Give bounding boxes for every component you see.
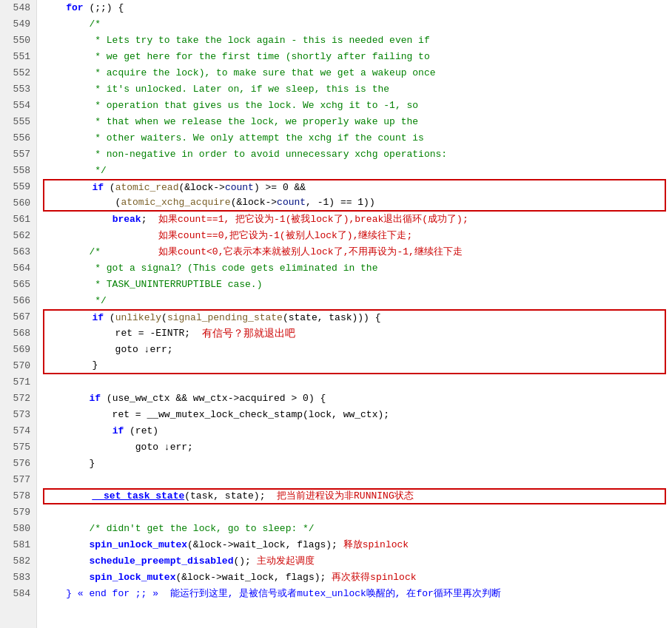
code-line: for (;;) { [43,0,666,16]
code-line: * Lets try to take the lock again - this… [43,33,666,49]
line-number: 555 [6,114,30,130]
line-number: 566 [6,293,30,309]
line-number: 548 [6,0,30,16]
code-segment: (use_ww_ctx && ww_ctx->acquired > 0) { [101,391,326,407]
code-segment: * non-negative in order to avoid unneces… [43,146,447,163]
line-number: 573 [6,407,30,423]
code-line: * we get here for the first time (shortl… [43,49,666,65]
code-segment [43,391,89,407]
line-number: 561 [6,212,30,228]
code-segment: schedule_preempt_disabled [89,553,233,570]
code-line: goto ↓err; [43,342,666,358]
code-segment: goto ↓err; [43,439,193,456]
code-line: break; 如果count==1, 把它设为-1(被我lock了),break… [43,212,666,228]
code-line: goto ↓err; [43,439,666,456]
code-segment: if [92,180,104,196]
code-segment [46,180,92,196]
line-number: 562 [6,228,30,244]
code-line: */ [43,293,666,309]
code-segment: signal_pending_state [167,310,283,326]
code-line: schedule_preempt_disabled(); 主动发起调度 [43,553,666,570]
code-segment: (task, state); [184,488,265,504]
line-number: 553 [6,81,30,98]
code-segment: spin_unlock_mutex [89,537,187,553]
code-segment: if [112,423,124,439]
code-segment: /* [43,16,101,33]
code-segment: * Lets try to take the lock again - this… [43,33,430,49]
line-number: 558 [6,163,30,179]
code-segment: atomic_xchg_acquire [121,195,230,211]
code-segment: for [66,0,83,16]
line-number: 554 [6,98,30,114]
code-segment [43,212,112,228]
code-segment: break [112,212,141,228]
line-number: 583 [6,570,30,586]
line-number: 572 [6,391,30,407]
code-segment: * that when we release the lock, we prop… [43,114,418,130]
code-segment: ( [104,310,115,326]
line-number: 578 [6,488,30,504]
line-number: 550 [6,33,30,49]
line-number: 559 [6,179,30,195]
line-number: 570 [6,358,30,374]
line-number: 556 [6,130,30,146]
code-line: * it's unlocked. Later on, if we sleep, … [43,81,666,98]
code-segment: ret = __ww_mutex_lock_check_stamp(lock, … [43,407,389,423]
code-line: (atomic_xchg_acquire(&lock->count, -1) =… [43,195,666,212]
code-segment [43,0,66,16]
line-number: 564 [6,260,30,277]
code-segment [43,553,89,570]
code-segment [46,310,92,326]
line-number: 567 [6,309,30,325]
code-viewer: 5485495505515525535545555565575585595605… [0,0,672,628]
code-segment: count [225,180,254,196]
line-number: 569 [6,342,30,358]
line-number: 551 [6,49,30,65]
code-line: 如果count==0,把它设为-1(被别人lock了),继续往下走; [43,228,666,244]
code-segment: 有信号？那就退出吧 [202,325,295,342]
line-number: 571 [6,374,30,391]
code-segment [43,537,89,553]
code-segment: ret = -EINTR; [46,325,202,342]
code-segment: ( [46,195,121,211]
code-segment: count [277,195,306,211]
code-line: /* 如果count<0,它表示本来就被别人lock了,不用再设为-1,继续往下… [43,244,666,260]
code-segment: * operation that gives us the lock. We x… [43,98,418,114]
line-number: 582 [6,553,30,570]
code-line: if (ret) [43,423,666,439]
code-segment: } [46,357,98,374]
code-segment: * it's unlocked. Later on, if we sleep, … [43,81,389,98]
code-line: * operation that gives us the lock. We x… [43,98,666,114]
code-line [43,374,666,391]
code-segment: } [43,456,95,472]
code-segment: if [89,391,101,407]
code-segment: 主动发起调度 [257,553,315,570]
code-segment: * acquire the lock), to make sure that w… [43,65,436,81]
code-line: ret = -EINTR; 有信号？那就退出吧 [43,325,666,342]
code-segment: ; [141,212,158,228]
code-line: } [43,358,666,374]
code-segment: (state, task))) { [283,310,381,326]
code-segment: (&lock-> [231,195,277,211]
code-line [43,504,666,521]
code-segment: 如果count==1, 把它设为-1(被我lock了),break退出循环(成功… [158,212,468,228]
code-line: __set_task_state(task, state); 把当前进程设为非R… [43,488,666,504]
code-segment: (;;) { [84,0,124,16]
code-line: * other waiters. We only attempt the xch… [43,130,666,146]
line-number: 557 [6,146,30,163]
line-numbers-panel: 5485495505515525535545555565575585595605… [0,0,37,628]
code-line: * got a signal? (This code gets eliminat… [43,260,666,277]
code-segment [43,570,89,586]
code-segment: * other waiters. We only attempt the xch… [43,130,424,146]
code-segment: * TASK_UNINTERRUPTIBLE case.) [43,277,262,293]
code-segment: spin_lock_mutex [89,570,175,586]
code-line: } [43,456,666,472]
code-segment: 如果count==0,把它设为-1(被别人lock了),继续往下走; [158,228,412,244]
code-line: * TASK_UNINTERRUPTIBLE case.) [43,277,666,293]
code-segment: ( [161,310,167,326]
code-line: /* didn't get the lock, go to sleep: */ [43,521,666,537]
line-number: 568 [6,325,30,342]
code-line: * non-negative in order to avoid unneces… [43,146,666,163]
code-segment: ( [104,180,115,196]
code-segment: */ [43,293,107,309]
